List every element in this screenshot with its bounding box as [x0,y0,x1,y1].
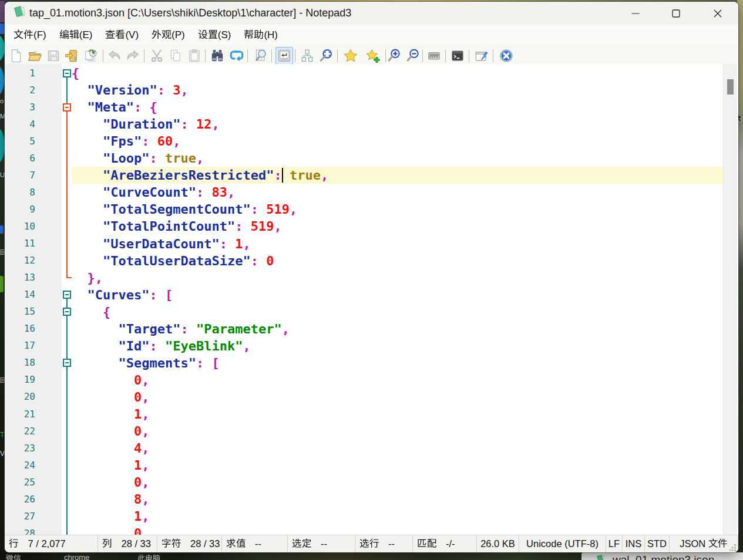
toolbar-button-redo[interactable] [124,47,142,65]
status-cell-insert-mode[interactable]: INS [623,535,645,552]
toolbar-button-open-file[interactable] [26,47,43,65]
code-token-pl [72,441,134,456]
desktop-label-this-pc[interactable] [137,554,160,560]
code-area[interactable]: { "Version": 3, "Meta": { "Duration": 12… [72,64,723,535]
status-cell-sel-lines[interactable]: -- [355,535,413,552]
toolbar-button-new-file[interactable] [7,47,25,65]
line-number[interactable]: 6 [6,153,35,164]
cjk-glyph-svg [145,554,153,560]
line-number[interactable]: 15 [6,306,35,318]
status-cell-file-type[interactable]: JSON [670,535,738,552]
toolbar-button-zoom-out[interactable] [404,47,422,65]
fold-collapse-button[interactable] [63,69,71,77]
toolbar-button-add-favorite[interactable] [364,47,382,65]
line-number[interactable]: 19 [6,374,35,386]
status-cell-column[interactable]: 28 / 33 [98,535,157,552]
line-number[interactable]: 5 [6,136,35,147]
line-number[interactable]: 20 [6,391,35,403]
toolbar-button-show-scheme[interactable] [298,47,316,65]
fold-collapse-button[interactable] [63,359,71,367]
close-button[interactable] [698,2,737,25]
line-number[interactable]: 11 [6,238,35,249]
line-number[interactable]: 3 [6,102,35,113]
toolbar-button-zoom-reset[interactable] [317,47,335,65]
line-number[interactable]: 24 [6,460,35,471]
line-number[interactable]: 8 [6,187,35,198]
resize-grip[interactable] [729,544,737,551]
toolbar-button-exit[interactable] [497,47,515,65]
line-number[interactable]: 17 [6,340,35,352]
fold-line [66,371,68,389]
toolbar-button-recent-files[interactable] [82,47,99,65]
scrollbar-thumb[interactable] [727,79,734,95]
toolbar-button-hex-view[interactable] [425,47,443,65]
line-number[interactable]: 25 [6,477,35,488]
toolbar-button-undo[interactable] [106,47,123,65]
line-number[interactable]: 2 [6,85,35,96]
desktop-label-wechat[interactable] [6,554,21,560]
toolbar-button-find[interactable] [209,47,226,65]
status-cell-character[interactable]: 28 / 33 [157,535,222,552]
menu-item-settings[interactable]: (S) [191,25,238,45]
toolbar-button-save-file[interactable] [45,47,62,65]
toolbar-button-favorites[interactable] [342,47,359,65]
menu-item-file[interactable]: (F) [7,25,53,45]
toolbar-button-pin-on-top[interactable] [473,47,490,65]
status-cell-line[interactable]: 7 / 2,077 [5,535,98,552]
line-number[interactable]: 12 [6,255,35,266]
toolbar-button-cut[interactable] [148,47,166,65]
status-cell-edit-mode[interactable]: STD [645,535,670,552]
background-window-fragment[interactable]: wal_01.motion3.json [581,552,743,560]
line-number[interactable]: 4 [6,119,35,130]
line-number[interactable]: 13 [6,272,35,284]
cjk-glyph [153,554,160,560]
line-number[interactable]: 27 [6,511,35,522]
line-number[interactable]: 26 [6,494,35,505]
line-number[interactable]: 1 [6,68,35,79]
status-cell-encoding[interactable]: Unicode (UTF-8) [519,535,606,552]
editor[interactable]: 1234567891011121314151617181920212223242… [5,64,738,535]
line-number[interactable]: 21 [6,409,35,420]
desktop-label-chrome[interactable]: chrome [64,553,89,560]
line-number[interactable]: 18 [6,357,35,369]
menu-item-edit[interactable]: (E) [53,25,99,45]
status-cell-eol-mode[interactable]: LF [606,535,623,552]
toolbar-button-word-wrap[interactable] [275,47,293,65]
status-cell-eval[interactable]: -- [222,535,288,552]
fold-margin[interactable] [62,64,72,535]
line-number[interactable]: 23 [6,443,35,454]
code-token-pr: "CurveCount" [103,185,196,200]
maximize-button[interactable] [657,2,695,25]
minimize-button[interactable] [616,2,654,25]
line-number-margin[interactable]: 1234567891011121314151617181920212223242… [5,64,62,535]
cjk-glyph-svg [105,29,115,39]
fold-collapse-button[interactable] [63,308,71,316]
cjk-glyph-svg [254,29,264,39]
line-number[interactable]: 10 [6,221,35,232]
fold-collapse-button[interactable] [63,291,71,299]
line-number[interactable]: 28 [6,528,35,535]
code-token-pr: "Id" [118,339,149,353]
status-label [359,538,379,549]
toolbar-button-paste[interactable] [186,47,203,65]
line-number[interactable]: 16 [6,323,35,335]
toolbar-button-copy[interactable] [167,47,184,65]
toolbar-button-replace[interactable] [228,47,246,65]
menu-item-help[interactable]: (H) [237,25,284,45]
status-cell-file-size[interactable]: 26.0 KB [477,535,519,552]
line-number[interactable]: 9 [6,204,35,215]
line-number[interactable]: 22 [6,426,35,437]
toolbar-button-print-preview[interactable] [252,47,270,65]
fold-collapse-button[interactable] [63,103,71,112]
toolbar-button-zoom-in[interactable] [385,47,403,65]
status-cell-selection[interactable]: -- [288,535,355,552]
toolbar-button-save-as[interactable] [63,47,80,65]
toolbar-button-run-command[interactable] [449,47,466,65]
menu-item-view[interactable]: (V) [99,25,145,45]
line-number[interactable]: 14 [6,289,35,301]
title-bar[interactable]: tap_01.motion3.json [C:\Users\shiki\Desk… [5,2,738,25]
status-cell-matches[interactable]: -/- [413,535,477,552]
menu-item-appearance[interactable]: (P) [145,25,191,45]
vertical-scrollbar[interactable] [723,64,737,535]
line-number[interactable]: 7 [6,170,35,181]
